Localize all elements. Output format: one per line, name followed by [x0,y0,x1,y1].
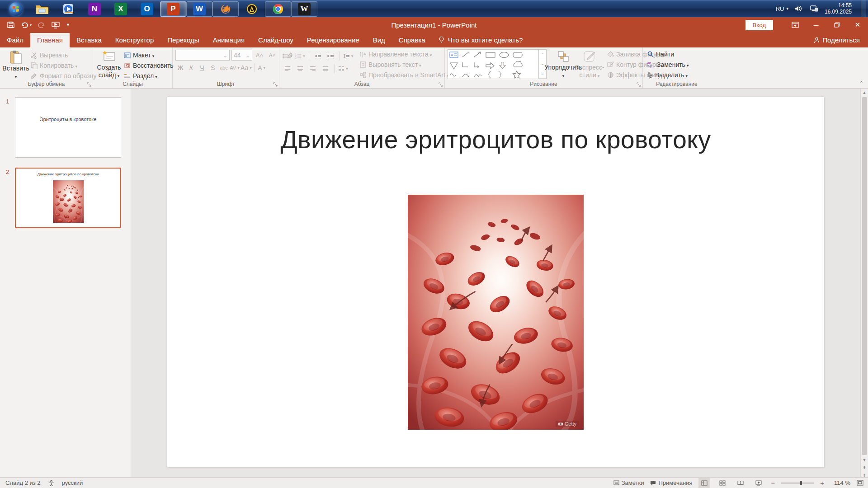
quick-styles-button[interactable]: Экспресс- стили [576,49,603,81]
start-from-beginning-icon[interactable] [52,22,60,28]
font-dialog-launcher[interactable] [273,82,278,87]
save-icon[interactable] [7,21,14,28]
copy-button[interactable]: Копировать [29,61,99,70]
align-left-button[interactable] [282,64,293,74]
volume-icon[interactable] [795,5,803,12]
bullets-button[interactable] [282,51,293,61]
italic-button[interactable]: К [186,63,196,73]
zoom-percentage[interactable]: 114 % [830,479,850,486]
increase-font-icon[interactable]: A˄ [254,50,265,60]
double-strike-button[interactable]: abc [219,63,229,73]
slideshow-view-button[interactable] [753,478,764,488]
collapse-ribbon-icon[interactable]: ⌃ [859,80,863,86]
align-center-button[interactable] [295,64,306,74]
numbering-button[interactable]: 123 [295,51,306,61]
slide-2-thumbnail[interactable]: Движение эритроцитов по кровотоку [15,168,121,228]
tab-slideshow[interactable]: Слайд-шоу [251,33,300,47]
taskbar-item-outlook[interactable]: O [134,1,160,17]
normal-view-button[interactable] [698,478,710,488]
zoom-in-button[interactable]: + [820,479,824,487]
smartart-button[interactable]: Преобразовать в SmartArt [358,70,450,80]
share-button[interactable]: Поделиться [806,33,868,47]
show-desktop-button[interactable] [861,0,866,17]
customize-qat-icon[interactable]: ▼ [66,23,70,27]
language-indicator[interactable]: RU ▾ [776,5,788,12]
previous-slide-button[interactable]: ⇞ [863,464,866,471]
clipboard-dialog-launcher[interactable] [87,82,91,87]
slide-sorter-view-button[interactable] [717,478,728,488]
tab-design[interactable]: Конструктор [108,33,161,47]
scrollbar-thumb[interactable] [862,97,867,455]
network-icon[interactable] [809,5,818,12]
slide-counter[interactable]: Слайд 2 из 2 [5,479,41,486]
tab-animations[interactable]: Анимация [206,33,251,47]
paste-button[interactable]: Вставить [3,49,29,82]
slide-1-thumbnail[interactable]: Эритроциты в кровотоке [15,97,121,158]
reading-view-button[interactable] [735,478,746,488]
decrease-font-icon[interactable]: A˅ [267,50,278,60]
font-name-combo[interactable] [175,50,230,61]
decrease-indent-button[interactable] [312,51,323,61]
drawing-dialog-launcher[interactable] [637,82,641,87]
sign-in-button[interactable]: Вход [745,20,773,30]
select-button[interactable]: Выделить [646,70,690,80]
tab-home[interactable]: Главная [30,33,70,47]
layout-button[interactable]: Макет [122,50,175,60]
reset-button[interactable]: Восстановить [122,61,175,70]
taskbar-item-firefox[interactable] [212,1,239,17]
find-button[interactable]: Найти [646,49,690,59]
align-right-button[interactable] [307,64,318,74]
change-case-button[interactable]: Aa [241,63,252,73]
language-status[interactable]: русский [62,479,83,486]
vertical-scrollbar[interactable]: ▲ ▼ ⇞ ⇟ [860,89,868,479]
paste-dropdown[interactable] [15,72,17,81]
arrange-dropdown[interactable] [562,71,565,80]
zoom-slider-thumb[interactable] [800,481,802,485]
character-spacing-button[interactable]: AV [230,63,240,73]
blood-cells-image[interactable] [408,195,584,430]
accessibility-check-icon[interactable] [48,480,55,486]
slide-title-text[interactable]: Движение эритроцитов по кровотоку [200,125,792,154]
clock[interactable]: 14:55 16.09.2025 [825,2,854,15]
ribbon-display-options-button[interactable] [785,17,806,33]
new-slide-button[interactable]: Создать слайд [96,49,122,81]
taskbar-item-powerpoint[interactable]: P [160,1,186,17]
replace-button[interactable]: abac Заменить [646,60,690,70]
tab-transitions[interactable]: Переходы [160,33,206,47]
arrange-button[interactable]: Упорядочить [550,49,576,81]
tab-file[interactable]: Файл [0,33,30,47]
taskbar-item-word[interactable]: W [186,1,212,17]
align-text-button[interactable]: Выровнять текст [358,60,450,70]
tab-review[interactable]: Рецензирование [300,33,366,47]
cut-button[interactable]: Вырезать [29,50,99,60]
justify-button[interactable] [320,64,331,74]
tab-insert[interactable]: Вставка [70,33,108,47]
scroll-down-icon[interactable]: ▼ [861,456,868,464]
restore-button[interactable] [826,17,847,33]
zoom-out-button[interactable]: − [771,479,775,487]
columns-button[interactable] [338,64,349,74]
taskbar-item-chrome[interactable] [265,1,291,17]
taskbar-item-media-player[interactable] [55,1,81,17]
taskbar-item-explorer[interactable] [29,1,55,17]
bold-button[interactable]: Ж [175,63,185,73]
paragraph-dialog-launcher[interactable] [439,82,443,87]
text-direction-button[interactable]: A Направление текста [358,49,450,59]
taskbar-item-excel[interactable]: X [108,1,134,17]
underline-button[interactable]: Ч [197,63,207,73]
shapes-scroll-up-icon[interactable]: ⌃ [539,50,546,59]
tell-me-box[interactable]: Что вы хотите сделать? [432,33,529,47]
redo-icon[interactable] [38,22,45,28]
taskbar-item-wiki-app[interactable]: W [291,1,317,17]
section-button[interactable]: Раздел [122,71,175,81]
strikethrough-button[interactable]: S [208,63,218,73]
increase-indent-button[interactable] [325,51,336,61]
font-color-button[interactable]: А [257,63,267,73]
font-size-combo[interactable]: 44 [231,50,252,61]
minimize-button[interactable]: ─ [806,17,826,33]
close-button[interactable]: ✕ [847,17,868,33]
shapes-gallery[interactable]: A [448,49,547,79]
fit-to-window-button[interactable] [857,480,863,486]
zoom-slider[interactable] [781,483,814,483]
taskbar-item-avg[interactable] [239,1,265,17]
